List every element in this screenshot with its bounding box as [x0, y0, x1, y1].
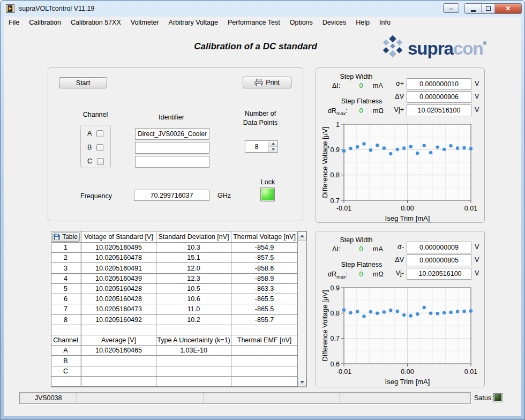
identifier-label: Identifier — [150, 114, 193, 121]
table-scrollbar[interactable] — [297, 231, 306, 387]
svg-text:1: 1 — [336, 121, 340, 129]
table-cell[interactable] — [231, 346, 297, 356]
table-cell[interactable]: 10.3 — [156, 243, 231, 253]
table-cell[interactable]: 10.5 — [156, 284, 231, 294]
table-cell[interactable]: 11.0 — [156, 304, 231, 314]
table-cell: Thermal EMF [nV] — [231, 335, 297, 346]
minimize-button[interactable] — [465, 4, 482, 13]
table-cell[interactable]: -854.9 — [231, 243, 297, 253]
maximize-button[interactable] — [482, 4, 495, 13]
titlebar: supraVOLTcontrol V11.19 ⇔ ✕ — [1, 1, 524, 17]
menu-item-calibration-57xx[interactable]: Calibration 57XX — [66, 17, 126, 28]
table-cell[interactable]: -863.3 — [231, 284, 297, 294]
table-cell[interactable] — [231, 356, 297, 366]
svg-text:0.8: 0.8 — [331, 171, 340, 179]
app-window: supraVOLTcontrol V11.19 ⇔ ✕ FileCalibrat… — [0, 0, 525, 420]
table-cell[interactable]: 7 — [51, 304, 81, 314]
table-cell[interactable] — [231, 325, 297, 335]
menu-item-arbitrary-voltage[interactable]: Arbitrary Voltage — [164, 17, 223, 28]
stepper-up-button[interactable] — [268, 141, 278, 147]
identifier-input-2[interactable] — [135, 142, 209, 154]
table-cell[interactable]: 10.0205160492 — [81, 315, 156, 325]
table-cell[interactable]: C — [51, 366, 81, 377]
table-cell[interactable]: 10.0205160495 — [81, 243, 156, 253]
menu-item-performance-test[interactable]: Performance Test — [223, 17, 285, 28]
table-cell[interactable]: 1.03E-10 — [156, 346, 231, 356]
menu-item-options[interactable]: Options — [285, 17, 318, 28]
table-cell[interactable]: 10.0205160428 — [81, 284, 156, 294]
table-cell[interactable]: 10.6 — [156, 294, 231, 304]
table-cell[interactable]: 10.0205160473 — [81, 304, 156, 314]
table-cell[interactable]: -855.7 — [231, 315, 297, 325]
menu-item-file[interactable]: File — [4, 17, 24, 28]
table-cell[interactable]: -865.5 — [231, 304, 297, 314]
print-button[interactable]: Print — [243, 77, 291, 88]
channel-c-checkbox[interactable] — [97, 158, 104, 165]
menu-bar: FileCalibrationCalibration 57XXVoltmeter… — [4, 17, 521, 29]
table-cell[interactable]: 10.0205160478 — [81, 253, 156, 263]
close-button[interactable]: ✕ — [495, 4, 521, 13]
pan-icon: ⇔ — [448, 5, 454, 11]
scroll-down-button[interactable] — [298, 378, 306, 387]
frequency-label: Frequency — [80, 192, 112, 200]
menu-item-help[interactable]: Help — [351, 17, 374, 28]
vj-plus-value: 10.020516100 — [407, 104, 471, 116]
menu-item-voltmeter[interactable]: Voltmeter — [126, 17, 164, 28]
table-cell[interactable] — [231, 377, 297, 387]
start-button[interactable]: Start — [59, 77, 107, 88]
menu-item-calibration[interactable]: Calibration — [24, 17, 66, 28]
table-cell[interactable] — [81, 356, 156, 366]
step-width-label: Step Width — [327, 236, 386, 244]
data-points-value[interactable]: 8 — [245, 141, 268, 152]
dr-max-unit: mΩ — [373, 107, 384, 115]
table-cell[interactable]: 10.0205160465 — [81, 346, 156, 356]
table-cell[interactable]: 12.3 — [156, 274, 231, 284]
table-cell[interactable]: A — [51, 346, 81, 356]
table-cell[interactable]: -865.5 — [231, 294, 297, 304]
menu-item-devices[interactable]: Devices — [318, 17, 351, 28]
identifier-input-1[interactable] — [135, 128, 209, 140]
table-cell[interactable]: 3 — [51, 263, 81, 273]
table-cell[interactable]: 5 — [51, 284, 81, 294]
menu-item-info[interactable]: Info — [374, 17, 395, 28]
save-table-button[interactable]: Table — [52, 232, 80, 242]
table-row — [51, 325, 297, 335]
table-cell[interactable]: 1 — [51, 243, 81, 253]
table-cell[interactable] — [51, 325, 81, 335]
table-cell[interactable] — [81, 366, 156, 377]
table-cell[interactable]: 15.1 — [156, 253, 231, 263]
table-cell[interactable]: -858.6 — [231, 263, 297, 273]
pan-button[interactable]: ⇔ — [443, 3, 459, 13]
table-cell[interactable]: 4 — [51, 274, 81, 284]
table-cell[interactable] — [81, 377, 156, 387]
channel-b-checkbox[interactable] — [96, 144, 103, 151]
table-cell[interactable]: 10.0205160439 — [81, 274, 156, 284]
table-cell[interactable]: 8 — [51, 315, 81, 325]
table-cell[interactable] — [51, 377, 81, 387]
table-cell[interactable]: -857.5 — [231, 253, 297, 263]
stepper-down-button[interactable] — [268, 147, 278, 152]
table-cell[interactable]: 10.0205160428 — [81, 294, 156, 304]
table-cell[interactable]: B — [51, 356, 81, 366]
data-points-stepper[interactable]: 8 — [245, 140, 278, 153]
table-cell[interactable]: -858.9 — [231, 274, 297, 284]
channel-a-checkbox[interactable] — [96, 130, 103, 137]
table-cell[interactable]: 2 — [51, 253, 81, 263]
table-cell[interactable] — [231, 366, 297, 377]
table-cell[interactable]: 12.0 — [156, 263, 231, 273]
table-cell[interactable] — [156, 356, 231, 366]
table-cell[interactable] — [156, 377, 231, 387]
table-cell[interactable]: 10.2 — [156, 315, 231, 325]
svg-text:0.00: 0.00 — [401, 205, 414, 212]
delta-i-label: ΔI: — [332, 245, 340, 253]
sigma-plus-value: 0.000000010 — [407, 78, 471, 90]
scroll-up-button[interactable] — [298, 231, 306, 241]
table-cell[interactable] — [156, 366, 231, 377]
table-cell[interactable]: 6 — [51, 294, 81, 304]
table-row: B — [51, 356, 297, 366]
table-cell[interactable]: 10.0205160491 — [81, 263, 156, 273]
table-cell[interactable] — [81, 325, 156, 335]
svg-text:0.7: 0.7 — [331, 335, 340, 342]
identifier-input-3[interactable] — [135, 156, 209, 168]
table-cell[interactable] — [156, 325, 231, 335]
